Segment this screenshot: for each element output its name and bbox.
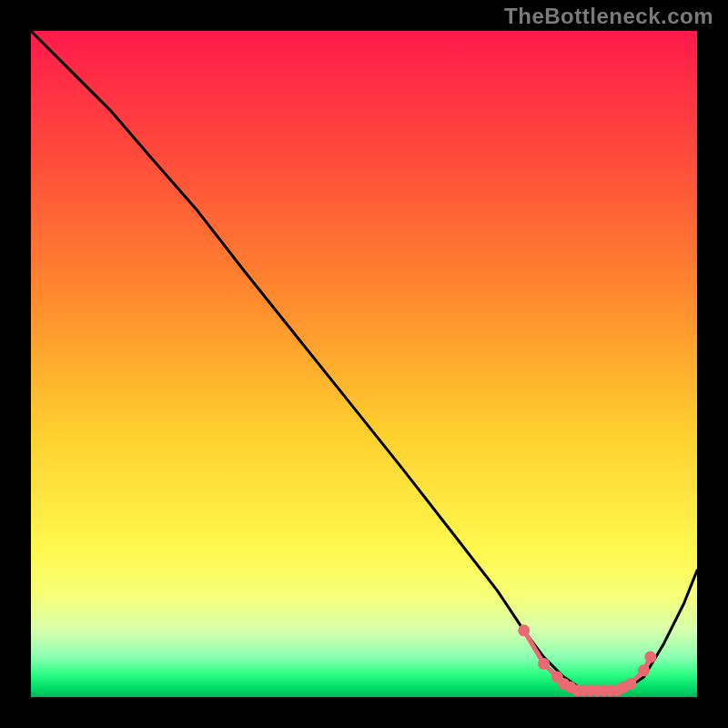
series-optimal-zone-point [538,658,550,670]
series-optimal-zone-point [624,678,636,690]
chart-stage: TheBottleneck.com [0,0,728,728]
plot-background [31,31,697,697]
watermark-label: TheBottleneck.com [504,4,713,29]
series-optimal-zone-point [518,624,530,636]
chart-svg [0,0,728,728]
series-optimal-zone-point [644,652,656,663]
series-optimal-zone-point [638,664,650,676]
